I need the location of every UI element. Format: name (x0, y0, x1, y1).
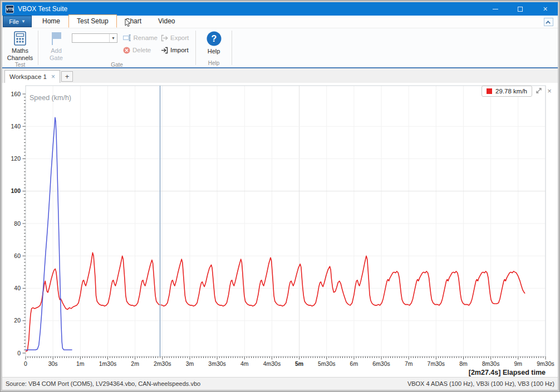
y-tick-label: 140 (11, 123, 21, 130)
x-tick-label: 3m (186, 360, 194, 367)
window-controls: × (483, 2, 558, 16)
group-label-test: Test (4, 61, 36, 69)
x-tick-label: 1m30s (99, 360, 117, 367)
gate-controls: ▼ Rename (72, 32, 193, 56)
x-tick-label: 2m30s (154, 360, 171, 367)
rename-button[interactable]: Rename (123, 34, 158, 41)
group-label-gate: Gate (41, 61, 193, 69)
file-menu-button[interactable]: File ▼ (3, 16, 32, 27)
close-button[interactable]: × (533, 2, 558, 16)
window-title: VBOX Test Suite (18, 5, 67, 13)
elapsed-time-axis-label: [2m27.4s] Elapsed time (469, 369, 546, 376)
minimize-button[interactable] (483, 2, 508, 16)
cursor-value-legend: 29.78 km/h (482, 86, 532, 97)
chevron-up-icon (546, 21, 550, 25)
close-icon: × (543, 5, 547, 13)
add-gate-label: Add Gate (50, 47, 63, 61)
gate-combobox[interactable]: ▼ (72, 33, 117, 43)
y-tick-label: 100 (11, 187, 21, 194)
collapse-ribbon-button[interactable] (544, 18, 553, 26)
export-icon (161, 34, 168, 42)
x-tick-label: 8m (459, 360, 468, 367)
y-tick-label: 80 (14, 220, 21, 227)
x-tick-label: 7m30s (428, 360, 445, 367)
app-icon: VTS (6, 5, 14, 13)
delete-button[interactable]: Delete (123, 47, 158, 54)
chart-canvas[interactable]: 030s1m1m30s2m2m30s3m3m30s4m4m30s5m5m30s6… (2, 83, 558, 376)
x-tick-label: 3m30s (208, 360, 226, 367)
y-tick-label: 120 (11, 155, 21, 162)
tab-home[interactable]: Home (34, 14, 68, 28)
x-tick-label: 8m30s (482, 360, 500, 367)
import-button[interactable]: Import (161, 47, 193, 54)
y-tick-label: 160 (11, 91, 21, 97)
svg-text:?: ? (211, 34, 217, 43)
workspace-tab[interactable]: Workspace 1 × (4, 70, 60, 83)
tab-video[interactable]: Video (150, 14, 183, 28)
maximize-button[interactable] (508, 2, 533, 16)
flag-icon (49, 31, 63, 46)
workspace-tab-bar: Workspace 1 × + (2, 68, 558, 83)
import-label: Import (170, 47, 189, 53)
ribbon-group-gate: Add Gate ▼ (38, 28, 195, 67)
x-tick-label: 30s (48, 360, 58, 367)
expand-icon (536, 87, 542, 94)
close-icon: × (547, 87, 552, 95)
add-gate-button[interactable]: Add Gate (41, 29, 72, 61)
ribbon-separator (232, 31, 232, 65)
tab-test-setup[interactable]: Test Setup (68, 14, 117, 28)
import-icon (161, 47, 168, 54)
minimize-icon (493, 9, 498, 9)
ribbon-group-help: ? Help Help (196, 28, 232, 67)
app-window: VTS VBOX Test Suite × File ▼ Home Test S… (0, 0, 560, 392)
x-tick-label: 6m (350, 360, 358, 367)
help-label: Help (208, 48, 220, 55)
title-bar[interactable]: VTS VBOX Test Suite × (2, 2, 558, 16)
expand-chart-button[interactable] (534, 86, 543, 95)
chart-title: Speed (km/h) (30, 94, 71, 102)
y-tick-label: 60 (14, 252, 21, 259)
maths-channels-button[interactable]: Maths Channels (4, 29, 36, 61)
close-chart-button[interactable]: × (545, 86, 554, 95)
x-tick-label: 5m30s (318, 360, 336, 367)
export-label: Export (170, 34, 189, 41)
x-tick-label: 6m30s (372, 360, 390, 367)
mouse-cursor-icon (125, 19, 131, 28)
chevron-down-icon: ▼ (109, 34, 117, 42)
rename-label: Rename (134, 34, 158, 41)
x-tick-label: 7m (405, 360, 413, 367)
add-workspace-button[interactable]: + (61, 71, 73, 82)
help-button[interactable]: ? Help (198, 29, 229, 55)
help-icon: ? (207, 31, 222, 46)
y-tick-label: 0 (17, 350, 21, 356)
delete-label: Delete (132, 47, 151, 53)
y-tick-label: 20 (14, 317, 21, 324)
workspace-tab-label: Workspace 1 (9, 73, 47, 80)
x-tick-label: 9m30s (537, 360, 554, 367)
tab-test-setup-label: Test Setup (77, 17, 109, 25)
red-speed-trace (26, 252, 525, 351)
file-menu-label: File (9, 18, 19, 25)
maths-channels-label: Maths Channels (7, 47, 33, 61)
status-source-text: Source: VB4 COM Port (COM5), LV294364.vb… (6, 380, 200, 387)
maximize-icon (518, 7, 523, 12)
x-tick-label: 4m30s (263, 360, 281, 367)
x-tick-label: 9m (514, 360, 523, 367)
calculator-icon (13, 31, 27, 46)
menu-bar: File ▼ Home Test Setup Chart Video (2, 16, 558, 28)
workspace-tab-close-icon[interactable]: × (51, 73, 55, 80)
delete-icon (123, 47, 130, 54)
x-tick-label: 2m (131, 360, 139, 367)
x-tick-label: 5m (295, 360, 303, 367)
rename-icon (123, 34, 131, 41)
ribbon-tabs: Home Test Setup Chart Video (34, 16, 184, 28)
blue-speed-trace (26, 117, 72, 350)
export-button[interactable]: Export (161, 34, 193, 42)
x-tick-label: 0 (24, 360, 27, 367)
tab-chart[interactable]: Chart (117, 14, 150, 28)
speed-chart[interactable]: 030s1m1m30s2m2m30s3m3m30s4m4m30s5m5m30s6… (2, 83, 558, 377)
y-tick-label: 40 (14, 285, 21, 291)
status-devices-text: VBOX 4 ADAS (100 Hz), VB3i (100 Hz), VB3… (407, 380, 554, 387)
group-label-help: Help (198, 59, 229, 67)
x-tick-label: 1m (76, 360, 85, 367)
